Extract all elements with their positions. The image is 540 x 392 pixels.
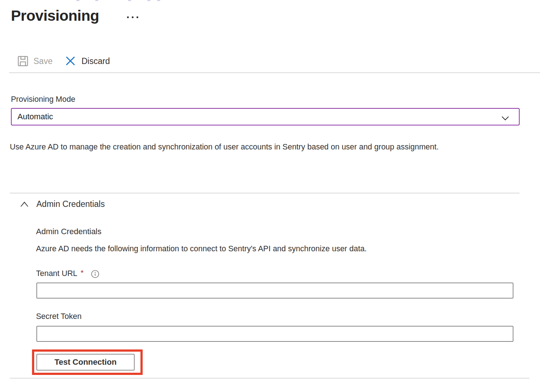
more-menu-icon[interactable] xyxy=(127,16,138,18)
tenant-url-label: Tenant URL xyxy=(36,269,78,278)
section-divider xyxy=(10,193,520,193)
secret-token-input[interactable] xyxy=(36,326,513,342)
required-asterisk: * xyxy=(81,268,84,277)
clipped-text-remnant xyxy=(76,0,79,1)
admin-credentials-section-toggle[interactable]: Admin Credentials xyxy=(20,199,105,209)
chevron-up-icon xyxy=(20,201,29,208)
save-icon[interactable] xyxy=(17,55,29,67)
bottom-divider xyxy=(10,378,529,379)
provisioning-mode-dropdown[interactable]: Automatic xyxy=(11,108,520,125)
save-button[interactable]: Save xyxy=(33,56,52,66)
admin-credentials-heading: Admin Credentials xyxy=(36,227,102,236)
provisioning-mode-value: Automatic xyxy=(12,112,53,121)
chevron-down-icon xyxy=(500,113,510,123)
clipped-text-remnant xyxy=(147,0,150,1)
page-title: Provisioning xyxy=(11,7,99,24)
clipped-text-remnant xyxy=(95,0,98,1)
discard-button[interactable]: Discard xyxy=(82,56,110,66)
admin-credentials-description: Azure AD needs the following information… xyxy=(36,244,367,253)
provisioning-mode-label: Provisioning Mode xyxy=(11,95,75,104)
provisioning-page: Provisioning Save Discard Provisioning M… xyxy=(0,0,540,392)
tenant-url-label-row: Tenant URL * xyxy=(36,269,100,279)
toolbar-divider xyxy=(9,72,540,73)
test-connection-button[interactable]: Test Connection xyxy=(36,354,135,371)
tenant-url-input[interactable] xyxy=(36,283,513,299)
info-icon[interactable] xyxy=(91,269,100,279)
section-title: Admin Credentials xyxy=(36,199,105,209)
clipped-text-remnant xyxy=(157,0,160,1)
clipped-text-remnant xyxy=(128,0,131,1)
intro-description: Use Azure AD to manage the creation and … xyxy=(10,140,490,155)
discard-x-icon[interactable] xyxy=(64,55,76,67)
secret-token-label: Secret Token xyxy=(36,312,82,321)
